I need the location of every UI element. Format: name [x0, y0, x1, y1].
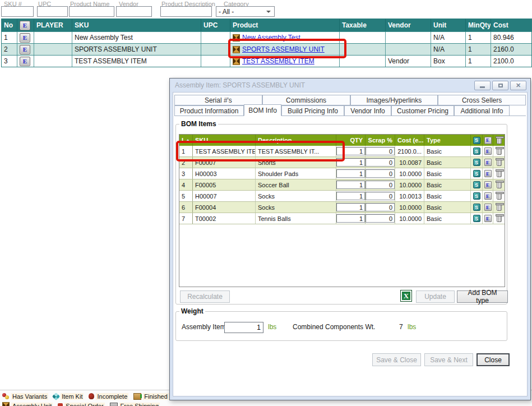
bom-cell-substitute[interactable]: S [471, 146, 483, 156]
bom-cell-substitute[interactable]: S [471, 168, 483, 179]
bom-cell-index: 5 [179, 191, 193, 201]
add-bom-type-button[interactable]: Add BOM type [457, 290, 508, 303]
bom-row[interactable]: 2 F00007 Shorts 1 0 10.0087 Basic S E [179, 157, 505, 168]
col-sku[interactable]: SKU [72, 19, 201, 31]
cell-cost: 2160.0 [491, 44, 531, 55]
qty-input[interactable]: 1 [336, 203, 365, 211]
bom-row[interactable]: 1 TEST ASSEMBLY ITEM TEST ASSEMBLY IT...… [179, 146, 505, 157]
table-row[interactable]: 1 E New Assembly Test New Assembly Test … [2, 31, 531, 43]
bom-cell-delete[interactable] [493, 213, 505, 224]
scrap-input[interactable]: 0 [366, 214, 395, 223]
qty-input[interactable]: 1 [336, 147, 365, 155]
scrap-input[interactable]: 0 [366, 169, 395, 178]
trash-icon [497, 193, 502, 200]
save-close-button[interactable]: Save & Close [372, 353, 421, 366]
col-vendor[interactable]: Vendor [386, 19, 431, 31]
product-name-filter-input[interactable] [69, 6, 114, 17]
recalculate-button[interactable]: Recalculate [180, 290, 230, 303]
bom-cell-edit[interactable]: E [483, 213, 493, 224]
bom-cell-substitute[interactable]: S [471, 157, 483, 168]
col-edit-icon[interactable]: E [17, 19, 34, 31]
product-description-filter-input[interactable] [160, 6, 212, 17]
scrap-input[interactable]: 0 [366, 181, 395, 189]
sku-filter-input[interactable] [1, 6, 34, 17]
cell-edit[interactable]: E [17, 56, 34, 67]
tab-images-hyperlinks[interactable]: Images/Hyperlinks [350, 95, 438, 105]
scrap-input[interactable]: 0 [366, 147, 395, 155]
col-no[interactable]: No [2, 19, 17, 31]
scrap-input[interactable]: 0 [366, 203, 395, 211]
dialog-titlebar[interactable]: Assembly Item: SPORTS ASSEMBLY UNIT ✕ [170, 79, 530, 92]
bom-cell-delete[interactable] [493, 202, 505, 213]
col-player[interactable]: PLAYER [34, 19, 72, 31]
cell-edit[interactable]: E [17, 32, 34, 43]
upc-filter-input[interactable] [37, 6, 68, 17]
bom-cell-substitute[interactable]: S [471, 191, 483, 201]
table-row[interactable]: 3 E TEST ASSEMBLY ITEM TEST ASSEMBLY ITE… [2, 55, 531, 67]
bom-cell-edit[interactable]: E [483, 146, 493, 156]
scrap-input[interactable]: 0 [366, 158, 395, 167]
bom-cell-substitute[interactable]: S [471, 213, 483, 224]
bom-cell-substitute[interactable]: S [471, 202, 483, 213]
tab-product-information[interactable]: Product Information [174, 105, 244, 116]
qty-input[interactable]: 1 [336, 158, 365, 167]
bom-row[interactable]: 6 F00004 Socks 1 0 10.0000 Basic S E [179, 202, 505, 213]
bom-cell-delete[interactable] [493, 191, 505, 201]
col-unit[interactable]: Unit [431, 19, 466, 31]
bom-col-description[interactable]: Description [256, 135, 336, 146]
col-upc[interactable]: UPC [201, 19, 230, 31]
bom-cell-edit[interactable]: E [483, 168, 493, 179]
qty-input[interactable]: 1 [336, 181, 365, 189]
maximize-button[interactable] [492, 81, 508, 90]
col-minqty[interactable]: MinQty [466, 19, 491, 31]
bom-cell-delete[interactable] [493, 168, 505, 179]
assembly-item-weight-input[interactable] [224, 322, 263, 333]
col-taxable[interactable]: Taxable [340, 19, 386, 31]
bom-cell-edit[interactable]: E [483, 202, 493, 213]
category-select[interactable]: - All - [216, 6, 275, 17]
bom-cell-edit[interactable]: E [483, 157, 493, 168]
tab-build-pricing-info[interactable]: Build Pricing Info [281, 105, 344, 116]
bom-col-qty[interactable]: QTY [336, 135, 366, 146]
qty-input[interactable]: 1 [336, 169, 365, 178]
bom-cell-delete[interactable] [493, 157, 505, 168]
bom-col-cost[interactable]: Cost (e... [395, 135, 424, 146]
tab-cross-sellers[interactable]: Cross Sellers [438, 95, 526, 105]
bom-row[interactable]: 3 H00003 Shoulder Pads 1 0 10.0000 Basic… [179, 168, 505, 179]
tab-bom-info[interactable]: BOM Info [244, 104, 281, 116]
bom-row[interactable]: 7 T00002 Tennis Balls 1 0 10.0000 Basic … [179, 213, 505, 224]
bom-grid-header: I SKU Description QTY Scrap % Cost (e...… [179, 135, 505, 146]
qty-input[interactable]: 1 [336, 214, 365, 223]
cell-edit[interactable]: E [17, 44, 34, 55]
tab-additional-info[interactable]: Additional Info [454, 105, 510, 116]
col-cost[interactable]: Cost [491, 19, 531, 31]
bom-col-scrap[interactable]: Scrap % [366, 135, 395, 146]
bom-row[interactable]: 5 H00007 Socks 1 0 10.0013 Basic S E [179, 191, 505, 202]
bom-cell-delete[interactable] [493, 179, 505, 190]
tab-vendor-info[interactable]: Vendor Info [344, 105, 391, 116]
product-link[interactable]: New Assembly Test [242, 34, 300, 41]
vendor-filter-input[interactable] [116, 6, 152, 17]
bom-cell-edit[interactable]: E [483, 179, 493, 190]
col-product[interactable]: Product [230, 19, 340, 31]
product-link[interactable]: TEST ASSEMBLY ITEM [242, 57, 314, 65]
bom-cell-substitute[interactable]: S [471, 179, 483, 190]
qty-input[interactable]: 1 [336, 192, 365, 200]
bom-cell-scrap: 0 [366, 146, 395, 156]
product-link[interactable]: SPORTS ASSEMBLY UNIT [242, 45, 325, 53]
minimize-button[interactable] [474, 81, 491, 90]
tab-customer-pricing[interactable]: Customer Pricing [391, 105, 454, 116]
scrap-input[interactable]: 0 [366, 192, 395, 200]
close-window-button[interactable]: ✕ [510, 81, 526, 90]
update-button[interactable]: Update [416, 290, 455, 303]
excel-export-icon[interactable]: X [400, 290, 412, 302]
bom-col-sku[interactable]: SKU [193, 135, 256, 146]
table-row-selected[interactable]: 2 E SPORTS ASSEMBLY UNIT SPORTS ASSEMBLY… [2, 43, 531, 55]
bom-row[interactable]: 4 F00005 Soccer Ball 1 0 10.0000 Basic S… [179, 179, 505, 191]
bom-cell-edit[interactable]: E [483, 191, 493, 201]
bom-cell-delete[interactable] [493, 146, 505, 156]
bom-col-type[interactable]: Type [424, 135, 471, 146]
save-next-button[interactable]: Save & Next [424, 353, 473, 366]
close-button[interactable]: Close [477, 353, 510, 366]
bom-col-index[interactable]: I [179, 135, 193, 146]
